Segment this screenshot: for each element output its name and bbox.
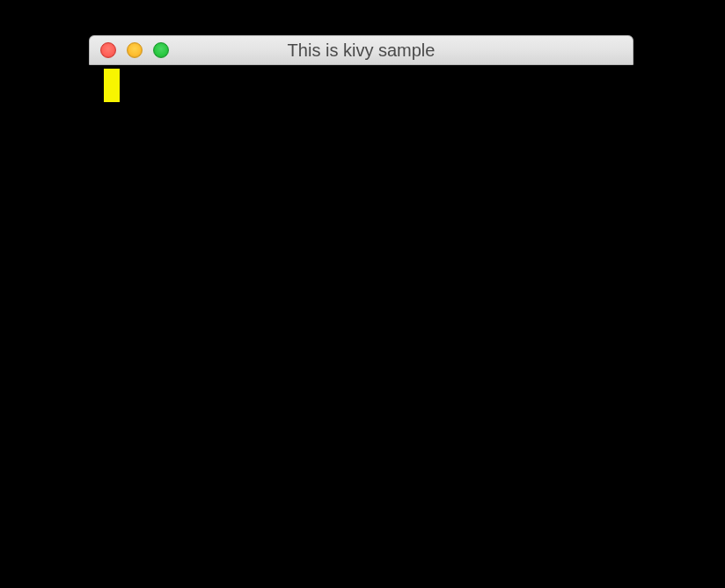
titlebar[interactable]: This is kivy sample [89,35,633,65]
minimize-button[interactable] [127,42,143,58]
application-window: This is kivy sample [89,35,633,65]
yellow-rectangle [104,69,120,102]
close-button[interactable] [100,42,116,58]
traffic-lights [100,42,169,58]
maximize-button[interactable] [153,42,169,58]
window-title: This is kivy sample [90,40,633,61]
